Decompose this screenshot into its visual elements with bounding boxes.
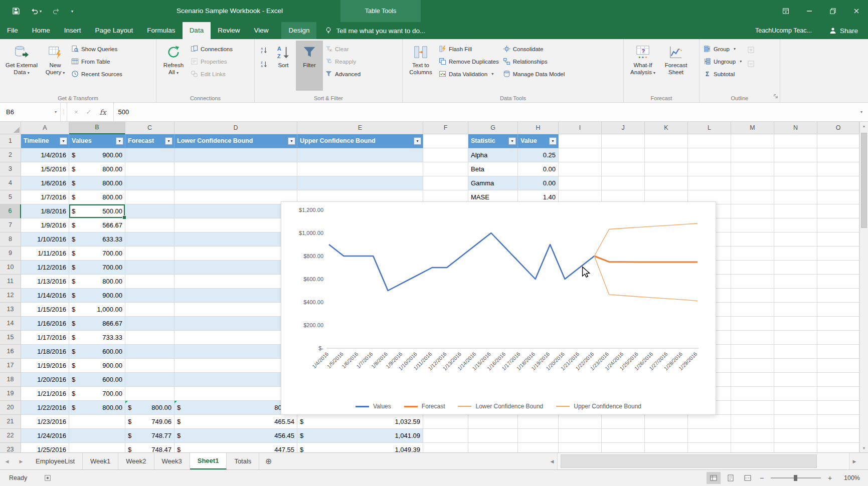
cell-O12[interactable] [817,289,859,303]
cell-M1[interactable] [731,134,774,148]
row-header-17[interactable]: 17 [0,359,21,373]
what-if-analysis-button[interactable]: ? What-If Analysis▾ [626,41,660,91]
ribbon-display-options-button[interactable] [774,0,797,22]
column-header-J[interactable]: J [602,122,645,134]
cell-C9[interactable] [125,247,175,261]
row-header-1[interactable]: 1 [0,134,21,148]
cell-F21[interactable] [423,415,468,429]
cell-A14[interactable]: 1/16/2016 [21,317,69,331]
cell-B2[interactable]: $900.00 [69,148,125,162]
cell-F2[interactable] [423,148,468,162]
cell-A18[interactable]: 1/20/2016 [21,373,69,387]
cell-N23[interactable] [774,443,817,452]
row-header-9[interactable]: 9 [0,247,21,261]
vertical-scroll-thumb[interactable] [861,133,867,228]
column-header-O[interactable]: O [817,122,859,134]
cell-A22[interactable]: 1/24/2016 [21,429,69,443]
sheet-tab-totals[interactable]: Totals [227,453,259,469]
cell-I21[interactable] [559,415,602,429]
cell-E21[interactable]: $1,032.59 [297,415,423,429]
cell-B23[interactable] [69,443,125,452]
row-header-5[interactable]: 5 [0,190,21,204]
cell-H23[interactable] [518,443,559,452]
table-header-cell-D[interactable]: Lower Confidence Bound▾ [175,134,297,148]
tab-page-layout[interactable]: Page Layout [88,22,140,39]
cell-E23[interactable]: $1,049.39 [297,443,423,452]
cell-B5[interactable]: $800.00 [69,190,125,204]
cell-N6[interactable] [774,204,817,218]
row-header-14[interactable]: 14 [0,317,21,331]
cell-L4[interactable] [688,176,731,190]
cell-D16[interactable] [175,345,297,359]
cell-I1[interactable] [559,134,602,148]
sort-descending-button[interactable]: ZA [258,58,270,70]
cell-B7[interactable]: $566.67 [69,218,125,232]
column-header-M[interactable]: M [731,122,774,134]
cell-D15[interactable] [175,331,297,345]
cell-C5[interactable] [125,190,175,204]
page-layout-view-button[interactable] [724,472,738,484]
row-header-20[interactable]: 20 [0,401,21,415]
legend-item[interactable]: Lower Confidence Bound [458,403,543,410]
cell-O13[interactable] [817,303,859,317]
cell-N15[interactable] [774,331,817,345]
cell-A6[interactable]: 1/8/2016 [21,204,69,218]
series-values[interactable] [329,233,594,291]
cell-H21[interactable] [518,415,559,429]
tab-file[interactable]: File [0,22,25,39]
cell-C7[interactable] [125,218,175,232]
enter-icon[interactable]: ✓ [86,108,92,116]
column-header-H[interactable]: H [518,122,559,134]
zoom-out-button[interactable]: − [758,474,766,482]
cell-N7[interactable] [774,218,817,232]
from-table-button[interactable]: From Table [69,55,124,68]
cell-A7[interactable]: 1/9/2016 [21,218,69,232]
cell-N4[interactable] [774,176,817,190]
cell-O11[interactable] [817,275,859,289]
cell-O21[interactable] [817,415,859,429]
cell-M19[interactable] [731,387,774,401]
column-header-B[interactable]: B [69,122,125,134]
cell-M3[interactable] [731,162,774,176]
cell-M17[interactable] [731,359,774,373]
cell-M12[interactable] [731,289,774,303]
tab-view[interactable]: View [247,22,275,39]
cell-I22[interactable] [559,429,602,443]
cell-H22[interactable] [518,429,559,443]
cell-A3[interactable]: 1/5/2016 [21,162,69,176]
cell-N3[interactable] [774,162,817,176]
table-header-cell-H[interactable]: Value▾ [518,134,559,148]
group-button[interactable]: Group ▾ [702,43,744,55]
cell-B14[interactable]: $866.67 [69,317,125,331]
cell-N8[interactable] [774,232,817,247]
cell-A17[interactable]: 1/19/2016 [21,359,69,373]
column-header-A[interactable]: A [21,122,69,134]
filter-dropdown-button[interactable]: ▾ [60,137,67,145]
cell-N14[interactable] [774,317,817,331]
refresh-all-button[interactable]: Refresh All▾ [158,41,189,91]
forecast-sheet-button[interactable]: Forecast Sheet [660,41,692,91]
sheet-tab-week1[interactable]: Week1 [83,453,118,469]
cell-B4[interactable]: $800.00 [69,176,125,190]
cell-B10[interactable]: $700.00 [69,261,125,275]
text-to-columns-button[interactable]: Text to Columns [405,41,437,91]
cell-D9[interactable] [175,247,297,261]
cell-C14[interactable] [125,317,175,331]
tell-me-box[interactable]: Tell me what you want to do... [324,22,425,39]
cell-B22[interactable] [69,429,125,443]
filter-dropdown-button[interactable]: ▾ [116,137,123,145]
cell-C13[interactable] [125,303,175,317]
cell-O6[interactable] [817,204,859,218]
cell-B6[interactable]: $500.00 [69,204,125,218]
vertical-scrollbar[interactable]: ▲ ▼ [859,122,868,452]
cell-O4[interactable] [817,176,859,190]
cell-C8[interactable] [125,232,175,247]
cell-L22[interactable] [688,429,731,443]
cell-B3[interactable]: $800.00 [69,162,125,176]
cell-A9[interactable]: 1/11/2016 [21,247,69,261]
cell-I23[interactable] [559,443,602,452]
cell-A16[interactable]: 1/18/2016 [21,345,69,359]
row-header-8[interactable]: 8 [0,232,21,247]
row-header-19[interactable]: 19 [0,387,21,401]
cell-F4[interactable] [423,176,468,190]
